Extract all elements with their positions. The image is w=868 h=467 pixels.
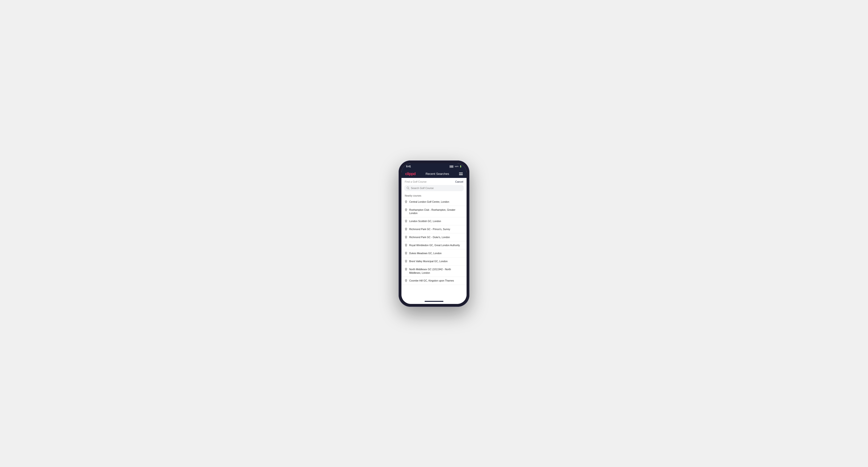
list-item[interactable]: Dukes Meadows GC, London <box>401 249 467 257</box>
list-item[interactable]: London Scottish GC, London <box>401 217 467 225</box>
app-logo: clippd <box>405 172 415 176</box>
pin-icon <box>405 244 407 247</box>
pin-icon <box>405 208 407 212</box>
search-box[interactable] <box>404 185 464 191</box>
battery-icon: 🔋 <box>460 165 462 167</box>
find-label: Find a Golf Course <box>405 180 427 183</box>
home-indicator <box>401 299 467 304</box>
course-name: North Middlesex GC (1011942 - North Midd… <box>409 268 463 275</box>
list-item[interactable]: Central London Golf Centre, London <box>401 198 467 206</box>
find-header: Find a Golf Course Cancel <box>401 178 467 185</box>
search-icon <box>407 187 409 189</box>
menu-button[interactable] <box>459 173 463 175</box>
phone-frame: 9:41 ▌▌▌ WiFi 🔋 clippd Recent Searches F… <box>399 160 469 307</box>
pin-icon <box>405 236 407 239</box>
list-item[interactable]: Coombe Hill GC, Kingston upon Thames <box>401 277 467 285</box>
pin-icon <box>405 268 407 271</box>
list-item[interactable]: Richmond Park GC - Prince's, Surrey <box>401 225 467 234</box>
course-name: Royal Wimbledon GC, Great London Authori… <box>409 244 460 247</box>
signal-icon: ▌▌▌ <box>450 165 454 167</box>
course-name: Brent Valley Municipal GC, London <box>409 259 448 263</box>
nav-bar: clippd Recent Searches <box>401 170 467 178</box>
course-name: Central London Golf Centre, London <box>409 200 449 204</box>
course-name: Richmond Park GC - Prince's, Surrey <box>409 227 450 231</box>
pin-icon <box>405 228 407 231</box>
svg-point-0 <box>407 187 409 189</box>
content-area: Find a Golf Course Cancel Nearby courses… <box>401 178 467 299</box>
svg-line-1 <box>409 189 409 189</box>
pin-icon <box>405 200 407 204</box>
list-item[interactable]: Brent Valley Municipal GC, London <box>401 257 467 266</box>
pin-icon <box>405 260 407 263</box>
course-name: Roehampton Club - Roehampton, Greater Lo… <box>409 208 463 215</box>
course-name: Coombe Hill GC, Kingston upon Thames <box>409 279 454 282</box>
courses-list: Central London Golf Centre, London Roeha… <box>401 198 467 299</box>
status-time: 9:41 <box>406 165 411 168</box>
list-item[interactable]: Roehampton Club - Roehampton, Greater Lo… <box>401 206 467 217</box>
status-bar: 9:41 ▌▌▌ WiFi 🔋 <box>401 163 467 170</box>
section-label: Nearby courses <box>401 193 467 198</box>
home-bar <box>425 301 443 302</box>
wifi-icon: WiFi <box>455 165 459 167</box>
status-icons: ▌▌▌ WiFi 🔋 <box>450 165 462 167</box>
pin-icon <box>405 279 407 282</box>
list-item[interactable]: Royal Wimbledon GC, Great London Authori… <box>401 241 467 249</box>
pin-icon <box>405 220 407 223</box>
course-name: London Scottish GC, London <box>409 219 441 223</box>
course-name: Richmond Park GC - Duke's, London <box>409 236 450 239</box>
phone-screen: 9:41 ▌▌▌ WiFi 🔋 clippd Recent Searches F… <box>401 163 467 304</box>
search-input[interactable] <box>411 187 461 189</box>
list-item[interactable]: North Middlesex GC (1011942 - North Midd… <box>401 266 467 277</box>
list-item[interactable]: Richmond Park GC - Duke's, London <box>401 234 467 241</box>
pin-icon <box>405 252 407 255</box>
cancel-button[interactable]: Cancel <box>455 180 463 183</box>
course-name: Dukes Meadows GC, London <box>409 252 441 255</box>
nav-title: Recent Searches <box>426 172 449 176</box>
